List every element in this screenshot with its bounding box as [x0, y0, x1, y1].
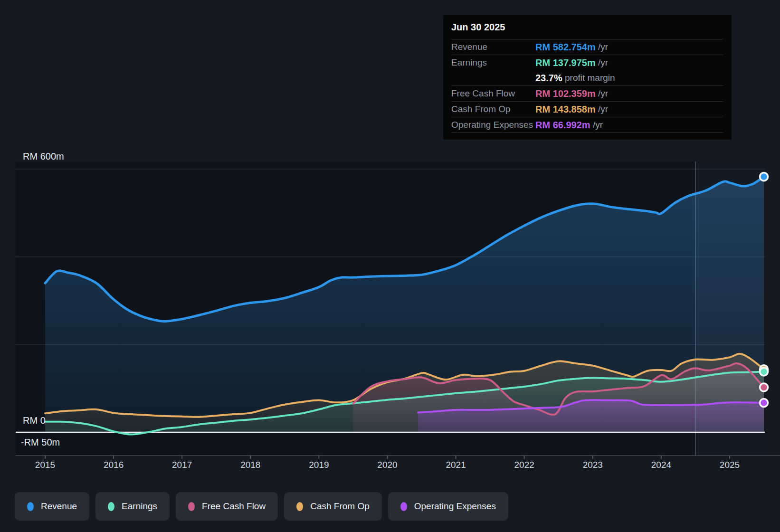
- tooltip-row-label: Cash From Op: [451, 104, 535, 114]
- x-axis-year-label-2015: 2015: [26, 460, 64, 470]
- legend-label: Operating Expenses: [414, 501, 496, 512]
- x-axis-year-label-2025: 2025: [711, 460, 749, 470]
- x-axis-year-label-2022: 2022: [505, 460, 543, 470]
- x-axis-year-label-2020: 2020: [369, 460, 407, 470]
- tooltip-row-suffix: /yr: [596, 42, 608, 52]
- tooltip-row-operating-expenses: Operating ExpensesRM 66.992m /yr: [451, 117, 723, 133]
- tooltip-row-value: RM 137.975m: [535, 57, 596, 68]
- y-axis-label-600m: RM 600m: [23, 151, 64, 162]
- chart-legend: RevenueEarningsFree Cash FlowCash From O…: [15, 492, 508, 521]
- cash-from-op-dot-icon: [296, 502, 303, 511]
- tooltip-row-label: Earnings: [451, 57, 535, 68]
- legend-pill-cash-from-op[interactable]: Cash From Op: [284, 492, 382, 521]
- revenue-dot-icon: [27, 502, 34, 511]
- tooltip-row-cash-from-op: Cash From OpRM 143.858m /yr: [451, 101, 723, 117]
- x-axis-year-label-2021: 2021: [437, 460, 475, 470]
- tooltip-date: Jun 30 2025: [443, 15, 732, 39]
- y-axis-label-neg50m: -RM 50m: [21, 437, 60, 448]
- x-axis-year-label-2024: 2024: [642, 460, 680, 470]
- legend-pill-revenue[interactable]: Revenue: [15, 492, 89, 521]
- tooltip-row-suffix: /yr: [590, 120, 603, 130]
- tooltip-row-value: RM 582.754m: [535, 42, 596, 53]
- tooltip-row-label: Free Cash Flow: [451, 88, 535, 99]
- legend-pill-free-cash-flow[interactable]: Free Cash Flow: [176, 492, 278, 521]
- tooltip-row-label: Operating Expenses: [451, 120, 535, 130]
- operating-expenses-dot-icon: [400, 502, 407, 511]
- tooltip-row-value: RM 66.992m: [535, 120, 590, 131]
- future-highlight-band: [695, 162, 765, 456]
- x-axis-year-label-2019: 2019: [300, 460, 338, 470]
- tooltip-rows: RevenueRM 582.754m /yrEarningsRM 137.975…: [443, 39, 732, 133]
- operating-expenses-end-marker: [760, 399, 768, 407]
- tooltip-row-free-cash-flow: Free Cash FlowRM 102.359m /yr: [451, 86, 723, 101]
- tooltip-row-earnings: EarningsRM 137.975m /yr: [451, 55, 723, 70]
- legend-pill-operating-expenses[interactable]: Operating Expenses: [388, 492, 508, 521]
- legend-label: Free Cash Flow: [202, 501, 266, 512]
- x-axis-year-label-2018: 2018: [231, 460, 269, 470]
- tooltip-row-suffix: /yr: [596, 104, 608, 114]
- tooltip-row-revenue: RevenueRM 582.754m /yr: [451, 39, 723, 55]
- legend-label: Cash From Op: [310, 501, 370, 512]
- tooltip-row-suffix: /yr: [596, 57, 608, 68]
- revenue-end-marker: [760, 172, 768, 180]
- free-cash-flow-dot-icon: [188, 502, 195, 511]
- tooltip-row-value: RM 102.359m: [535, 88, 596, 99]
- tooltip-row-value: 23.7%: [535, 73, 562, 84]
- tooltip-row-value: RM 143.858m: [535, 104, 596, 115]
- y-axis-label-zero: RM 0: [23, 415, 46, 426]
- tooltip-row-label: Revenue: [451, 42, 535, 52]
- x-axis-year-label-2023: 2023: [574, 460, 612, 470]
- legend-label: Earnings: [122, 501, 157, 512]
- earnings-end-marker: [760, 368, 768, 376]
- chart-tooltip: Jun 30 2025 RevenueRM 582.754m /yrEarnin…: [443, 15, 732, 140]
- legend-pill-earnings[interactable]: Earnings: [95, 492, 170, 521]
- legend-label: Revenue: [41, 501, 77, 512]
- x-axis-year-label-2017: 2017: [163, 460, 201, 470]
- page: RM 600m RM 0 -RM 50m 2015201620172018201…: [0, 0, 780, 532]
- tooltip-row-suffix: /yr: [596, 88, 608, 99]
- tooltip-row-suffix: profit margin: [562, 73, 615, 83]
- earnings-dot-icon: [108, 502, 114, 511]
- x-axis-year-label-2016: 2016: [95, 460, 133, 470]
- free-cash-flow-end-marker: [760, 383, 768, 391]
- tooltip-row-profit-margin: 23.7% profit margin: [451, 70, 723, 86]
